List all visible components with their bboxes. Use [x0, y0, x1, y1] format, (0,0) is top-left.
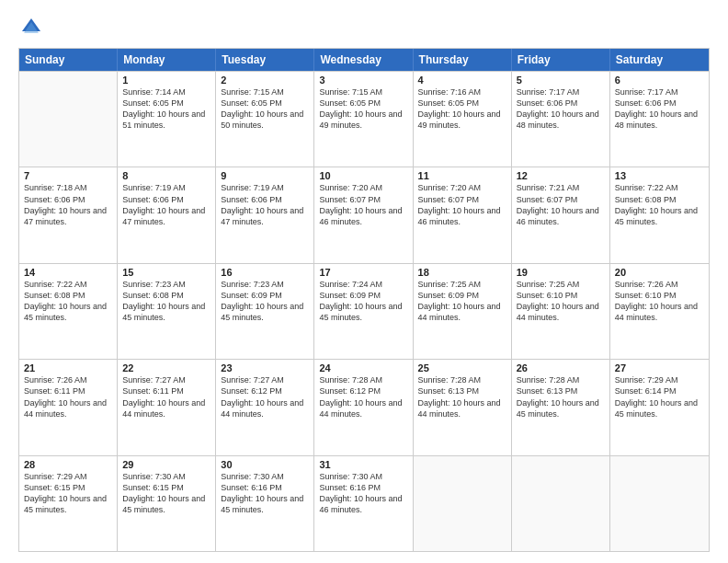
day-info: Sunrise: 7:25 AMSunset: 6:10 PMDaylight:… [517, 279, 605, 324]
header-cell-tuesday: Tuesday [216, 49, 314, 71]
day-number: 10 [319, 170, 407, 181]
calendar-cell: 25Sunrise: 7:28 AMSunset: 6:13 PMDayligh… [414, 360, 512, 454]
day-number: 24 [319, 362, 407, 373]
header-cell-saturday: Saturday [610, 49, 709, 71]
day-info: Sunrise: 7:20 AMSunset: 6:07 PMDaylight:… [418, 182, 506, 227]
day-number: 14 [24, 267, 112, 278]
header-cell-monday: Monday [118, 49, 216, 71]
day-number: 28 [24, 459, 112, 470]
day-number: 21 [24, 362, 112, 373]
calendar-cell: 27Sunrise: 7:29 AMSunset: 6:14 PMDayligh… [610, 360, 709, 454]
day-info: Sunrise: 7:14 AMSunset: 6:05 PMDaylight:… [122, 86, 210, 132]
calendar-cell: 3Sunrise: 7:15 AMSunset: 6:05 PMDaylight… [314, 72, 413, 167]
calendar-cell: 26Sunrise: 7:28 AMSunset: 6:13 PMDayligh… [512, 360, 610, 454]
day-info: Sunrise: 7:22 AMSunset: 6:08 PMDaylight:… [615, 182, 704, 227]
logo [18, 15, 48, 40]
calendar-row-1: 7Sunrise: 7:18 AMSunset: 6:06 PMDaylight… [19, 167, 709, 262]
day-info: Sunrise: 7:17 AMSunset: 6:06 PMDaylight:… [517, 86, 605, 132]
day-info: Sunrise: 7:30 AMSunset: 6:16 PMDaylight:… [221, 471, 309, 516]
calendar-cell: 20Sunrise: 7:26 AMSunset: 6:10 PMDayligh… [610, 264, 709, 359]
calendar-cell: 28Sunrise: 7:29 AMSunset: 6:15 PMDayligh… [19, 456, 118, 551]
day-info: Sunrise: 7:18 AMSunset: 6:06 PMDaylight:… [24, 182, 112, 227]
calendar-cell: 14Sunrise: 7:22 AMSunset: 6:08 PMDayligh… [19, 264, 118, 359]
calendar-cell: 15Sunrise: 7:23 AMSunset: 6:08 PMDayligh… [118, 264, 216, 359]
day-info: Sunrise: 7:23 AMSunset: 6:08 PMDaylight:… [122, 279, 210, 324]
day-number: 18 [418, 267, 506, 278]
header-cell-friday: Friday [512, 49, 610, 71]
calendar-cell: 12Sunrise: 7:21 AMSunset: 6:07 PMDayligh… [512, 167, 610, 262]
day-info: Sunrise: 7:21 AMSunset: 6:07 PMDaylight:… [517, 182, 605, 227]
day-info: Sunrise: 7:30 AMSunset: 6:15 PMDaylight:… [122, 471, 210, 516]
day-number: 5 [517, 75, 605, 86]
day-number: 12 [517, 170, 605, 181]
day-number: 27 [615, 362, 704, 373]
day-info: Sunrise: 7:23 AMSunset: 6:09 PMDaylight:… [221, 279, 309, 324]
calendar-cell: 29Sunrise: 7:30 AMSunset: 6:15 PMDayligh… [118, 456, 216, 551]
day-number: 26 [517, 362, 605, 373]
calendar-row-2: 14Sunrise: 7:22 AMSunset: 6:08 PMDayligh… [19, 263, 709, 359]
calendar-cell: 10Sunrise: 7:20 AMSunset: 6:07 PMDayligh… [314, 167, 413, 262]
calendar-cell: 6Sunrise: 7:17 AMSunset: 6:06 PMDaylight… [610, 72, 709, 167]
day-number: 9 [221, 170, 309, 181]
day-info: Sunrise: 7:28 AMSunset: 6:13 PMDaylight:… [418, 374, 506, 419]
day-info: Sunrise: 7:19 AMSunset: 6:06 PMDaylight:… [122, 182, 210, 227]
calendar-cell: 4Sunrise: 7:16 AMSunset: 6:05 PMDaylight… [414, 72, 512, 167]
day-info: Sunrise: 7:27 AMSunset: 6:12 PMDaylight:… [221, 374, 309, 419]
calendar-cell: 5Sunrise: 7:17 AMSunset: 6:06 PMDaylight… [512, 72, 610, 167]
day-info: Sunrise: 7:25 AMSunset: 6:09 PMDaylight:… [418, 279, 506, 324]
header-cell-wednesday: Wednesday [314, 49, 413, 71]
day-number: 2 [221, 75, 309, 86]
day-number: 16 [221, 267, 309, 278]
day-info: Sunrise: 7:27 AMSunset: 6:11 PMDaylight:… [122, 374, 210, 419]
day-info: Sunrise: 7:29 AMSunset: 6:15 PMDaylight:… [24, 471, 112, 516]
calendar-cell: 23Sunrise: 7:27 AMSunset: 6:12 PMDayligh… [216, 360, 314, 454]
calendar-cell [19, 72, 118, 167]
day-info: Sunrise: 7:19 AMSunset: 6:06 PMDaylight:… [221, 182, 309, 227]
calendar-row-0: 1Sunrise: 7:14 AMSunset: 6:05 PMDaylight… [19, 71, 709, 167]
day-number: 30 [221, 459, 309, 470]
day-info: Sunrise: 7:22 AMSunset: 6:08 PMDaylight:… [24, 279, 112, 324]
calendar-row-3: 21Sunrise: 7:26 AMSunset: 6:11 PMDayligh… [19, 359, 709, 454]
day-info: Sunrise: 7:28 AMSunset: 6:13 PMDaylight:… [517, 374, 605, 419]
day-info: Sunrise: 7:17 AMSunset: 6:06 PMDaylight:… [615, 86, 704, 132]
calendar-row-4: 28Sunrise: 7:29 AMSunset: 6:15 PMDayligh… [19, 455, 709, 551]
calendar-cell: 24Sunrise: 7:28 AMSunset: 6:12 PMDayligh… [314, 360, 413, 454]
header [18, 15, 710, 40]
calendar-cell: 17Sunrise: 7:24 AMSunset: 6:09 PMDayligh… [314, 264, 413, 359]
day-info: Sunrise: 7:26 AMSunset: 6:11 PMDaylight:… [24, 374, 112, 419]
logo-icon [18, 15, 44, 40]
calendar-header: SundayMondayTuesdayWednesdayThursdayFrid… [19, 49, 709, 71]
day-number: 8 [122, 170, 210, 181]
day-number: 11 [418, 170, 506, 181]
header-cell-thursday: Thursday [414, 49, 512, 71]
calendar-cell: 21Sunrise: 7:26 AMSunset: 6:11 PMDayligh… [19, 360, 118, 454]
calendar-cell: 22Sunrise: 7:27 AMSunset: 6:11 PMDayligh… [118, 360, 216, 454]
day-info: Sunrise: 7:30 AMSunset: 6:16 PMDaylight:… [319, 471, 407, 516]
calendar-cell: 18Sunrise: 7:25 AMSunset: 6:09 PMDayligh… [414, 264, 512, 359]
day-info: Sunrise: 7:28 AMSunset: 6:12 PMDaylight:… [319, 374, 407, 419]
day-info: Sunrise: 7:24 AMSunset: 6:09 PMDaylight:… [319, 279, 407, 324]
calendar-cell: 9Sunrise: 7:19 AMSunset: 6:06 PMDaylight… [216, 167, 314, 262]
calendar-cell: 30Sunrise: 7:30 AMSunset: 6:16 PMDayligh… [216, 456, 314, 551]
day-info: Sunrise: 7:15 AMSunset: 6:05 PMDaylight:… [319, 86, 407, 132]
calendar-cell [610, 456, 709, 551]
day-info: Sunrise: 7:15 AMSunset: 6:05 PMDaylight:… [221, 86, 309, 132]
calendar-cell [414, 456, 512, 551]
calendar-cell: 7Sunrise: 7:18 AMSunset: 6:06 PMDaylight… [19, 167, 118, 262]
day-info: Sunrise: 7:29 AMSunset: 6:14 PMDaylight:… [615, 374, 704, 419]
day-number: 25 [418, 362, 506, 373]
calendar-cell: 19Sunrise: 7:25 AMSunset: 6:10 PMDayligh… [512, 264, 610, 359]
calendar-cell: 13Sunrise: 7:22 AMSunset: 6:08 PMDayligh… [610, 167, 709, 262]
day-number: 17 [319, 267, 407, 278]
day-number: 1 [122, 75, 210, 86]
day-number: 19 [517, 267, 605, 278]
day-number: 23 [221, 362, 309, 373]
calendar-cell: 31Sunrise: 7:30 AMSunset: 6:16 PMDayligh… [314, 456, 413, 551]
day-number: 15 [122, 267, 210, 278]
day-number: 22 [122, 362, 210, 373]
day-number: 13 [615, 170, 704, 181]
day-number: 31 [319, 459, 407, 470]
calendar-cell: 11Sunrise: 7:20 AMSunset: 6:07 PMDayligh… [414, 167, 512, 262]
calendar-cell: 2Sunrise: 7:15 AMSunset: 6:05 PMDaylight… [216, 72, 314, 167]
day-info: Sunrise: 7:16 AMSunset: 6:05 PMDaylight:… [418, 86, 506, 132]
